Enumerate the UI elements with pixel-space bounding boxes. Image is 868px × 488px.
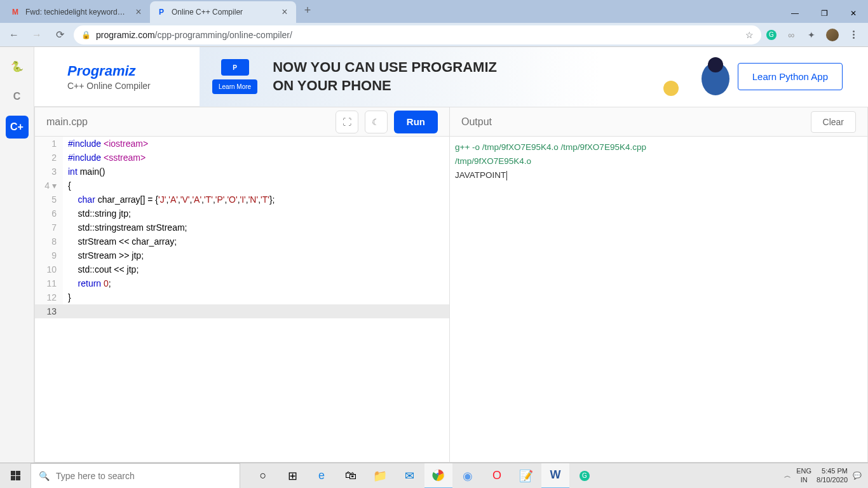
code-line[interactable]: 11 return 0; [35,276,449,290]
promo-banner: P Learn More NOW YOU CAN USE PROGRAMIZ O… [200,47,868,107]
promo-badge: P Learn More [212,59,257,94]
system-tray: ︿ ENG IN 5:45 PM 8/10/2020 💬 [784,467,868,484]
lang-c[interactable]: C [6,85,29,108]
taskbar-apps: ○ ⊞ e 🛍 📁 ✉ ◉ O 📝 W G [249,463,599,489]
code-line[interactable]: 2#include <sstream> [35,151,449,165]
lock-icon: 🔒 [81,30,91,39]
extension-icons: G ∞ ✦ [766,29,863,41]
run-button[interactable]: Run [394,111,438,133]
tab-programiz[interactable]: P Online C++ Compiler × [150,1,296,23]
brand-block: Programiz C++ Online Compiler [34,63,200,91]
tab-title: Fwd: techiedelight keywords list [25,8,128,17]
editor-header: main.cpp ⛶ ☾ Run [35,107,449,137]
chrome-icon[interactable] [424,463,452,489]
text-cursor [506,171,507,180]
word-icon[interactable]: W [541,463,569,489]
main-area: Programiz C++ Online Compiler P Learn Mo… [34,47,868,463]
reload-button[interactable]: ⟳ [51,26,69,44]
url-text: programiz.com/cpp-programming/online-com… [96,30,740,40]
dark-mode-icon[interactable]: ☾ [365,111,388,133]
output-pane: Output Clear g++ -o /tmp/9fXO7E95K4.o /t… [449,107,868,463]
close-icon[interactable]: × [280,7,290,17]
code-line[interactable]: 8 strStream << char_array; [35,234,449,248]
windows-logo-icon [11,471,20,480]
svg-point-2 [708,57,723,72]
editor-pane: main.cpp ⛶ ☾ Run 1#include <iostream>2#i… [34,107,450,463]
programiz-icon: P [156,7,166,17]
task-view-icon[interactable]: ⊞ [278,463,306,489]
start-button[interactable] [0,463,31,489]
lang-python[interactable]: 🐍 [6,55,29,78]
grammarly-icon[interactable]: G [766,30,776,40]
code-line[interactable]: 9 strStream >> jtp; [35,248,449,262]
code-line[interactable]: 4 ▾{ [35,179,449,193]
opera-icon[interactable]: O [483,463,511,489]
browser-titlebar: M Fwd: techiedelight keywords list × P O… [0,0,868,23]
extensions-puzzle-icon[interactable]: ✦ [806,29,817,41]
promo-headline: NOW YOU CAN USE PROGRAMIZ ON YOUR PHONE [273,58,497,95]
explorer-icon[interactable]: 📁 [366,463,394,489]
clock[interactable]: 5:45 PM 8/10/2020 [817,467,848,484]
extension-icon[interactable]: ∞ [785,29,797,41]
window-controls: ― ❐ ✕ [780,4,868,23]
code-line[interactable]: 3int main() [35,165,449,179]
output-title: Output [461,116,492,128]
ie-icon[interactable]: e [308,463,336,489]
editor-filename: main.cpp [46,116,88,128]
top-banner: Programiz C++ Online Compiler P Learn Mo… [34,47,868,107]
tab-title: Online C++ Compiler [172,8,275,17]
profile-avatar[interactable] [826,29,839,41]
code-line[interactable]: 13 [35,304,449,318]
minimize-button[interactable]: ― [780,4,810,23]
store-icon[interactable]: 🛍 [337,463,365,489]
fullscreen-icon[interactable]: ⛶ [336,111,358,133]
gmail-icon: M [10,7,20,17]
learn-python-app-button[interactable]: Learn Python App [738,63,843,90]
code-line[interactable]: 12} [35,290,449,304]
code-line[interactable]: 1#include <iostream> [35,137,449,151]
cortana-icon[interactable]: ○ [249,463,277,489]
code-line[interactable]: 5 char char_array[] = {'J','A','V','A','… [35,193,449,207]
clear-button[interactable]: Clear [811,111,856,133]
taskbar-search[interactable]: 🔍 Type here to search [31,463,240,489]
close-window-button[interactable]: ✕ [839,4,868,23]
svg-point-0 [663,81,679,96]
code-editor[interactable]: 1#include <iostream>2#include <sstream>3… [35,137,449,462]
address-bar: ← → ⟳ 🔒 programiz.com/cpp-programming/on… [0,23,868,47]
new-tab-button[interactable]: + [299,1,316,19]
close-icon[interactable]: × [133,7,144,17]
lang-cpp[interactable]: C+ [6,116,29,139]
notifications-icon[interactable]: 💬 [853,471,862,480]
output-header: Output Clear [450,107,867,137]
tab-strip: M Fwd: techiedelight keywords list × P O… [4,1,316,23]
learn-more-button[interactable]: Learn More [212,79,257,94]
bookmark-star-icon[interactable]: ☆ [745,30,754,40]
code-line[interactable]: 6 std::string jtp; [35,207,449,220]
back-button[interactable]: ← [5,26,23,44]
maximize-button[interactable]: ❐ [810,4,839,23]
brand-logo: Programiz [67,63,200,79]
grammarly-taskbar-icon[interactable]: G [571,463,599,489]
language-indicator[interactable]: ENG IN [796,467,811,484]
page-content: 🐍 C C+ Programiz C++ Online Compiler P L… [0,47,868,463]
search-icon: 🔍 [39,471,50,481]
code-line[interactable]: 7 std::stringstream strStream; [35,220,449,234]
tray-overflow-icon[interactable]: ︿ [784,471,791,480]
chromium-icon[interactable]: ◉ [454,463,482,489]
code-line[interactable]: 10 std::cout << jtp; [35,262,449,276]
promo-illustration [652,53,741,104]
tab-gmail[interactable]: M Fwd: techiedelight keywords list × [4,1,150,23]
omnibox[interactable]: 🔒 programiz.com/cpp-programming/online-c… [74,25,761,44]
workspace: main.cpp ⛶ ☾ Run 1#include <iostream>2#i… [34,107,868,463]
mail-icon[interactable]: ✉ [395,463,423,489]
search-placeholder: Type here to search [56,471,135,481]
forward-button[interactable]: → [28,26,46,44]
windows-taskbar: 🔍 Type here to search ○ ⊞ e 🛍 📁 ✉ ◉ O 📝 … [0,463,868,488]
promo-logo-icon: P [221,59,249,76]
brand-subtitle: C++ Online Compiler [67,81,200,91]
notepad-icon[interactable]: 📝 [512,463,540,489]
language-sidebar: 🐍 C C+ [0,47,34,463]
chrome-menu-button[interactable] [848,29,859,41]
output-console[interactable]: g++ -o /tmp/9fXO7E95K4.o /tmp/9fXO7E95K4… [450,137,867,462]
